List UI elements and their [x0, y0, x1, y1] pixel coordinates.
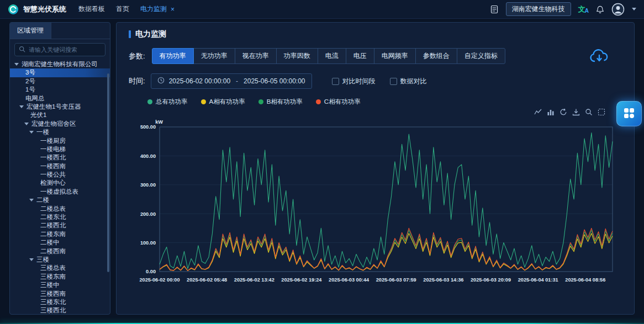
param-tab-2[interactable]: 视在功率 — [235, 48, 277, 64]
download-icon[interactable] — [572, 108, 580, 116]
tree-item[interactable]: 三楼总表 — [10, 264, 110, 272]
avatar[interactable] — [611, 3, 625, 16]
tree-item[interactable]: 湖南宏健生物科技有限公司 — [10, 60, 110, 68]
tree-item[interactable]: 2号 — [10, 77, 110, 86]
reset-icon[interactable] — [598, 108, 605, 116]
tree-item-label: 一楼西北 — [40, 153, 66, 162]
sidebar-scrollbar[interactable] — [107, 73, 109, 272]
legend-dot-icon — [201, 99, 206, 104]
tree-item[interactable]: 三楼东北 — [10, 298, 110, 306]
tree-item-label: 三楼东南 — [40, 273, 66, 281]
apps-grid-button[interactable] — [616, 101, 642, 126]
bar-chart-icon[interactable] — [547, 108, 555, 116]
param-tab-8[interactable]: 自定义指标 — [457, 48, 505, 64]
close-icon[interactable]: × — [171, 6, 175, 13]
refresh-icon[interactable] — [559, 108, 567, 116]
tree-item[interactable]: 二楼东北 — [10, 213, 110, 221]
param-tab-6[interactable]: 电网频率 — [374, 48, 416, 64]
tree-item-label: 二楼西北 — [40, 221, 66, 230]
svg-text:2025-06-02 19:24: 2025-06-02 19:24 — [281, 277, 322, 283]
nav-item-dashboard[interactable]: 数据看板 — [78, 4, 105, 14]
expand-arrow-icon[interactable] — [14, 63, 19, 66]
legend-item[interactable]: C相有功功率 — [316, 98, 361, 106]
document-icon[interactable] — [490, 5, 499, 14]
translate-icon[interactable]: 文 A — [578, 4, 589, 14]
tree-item[interactable]: 二楼东南 — [10, 230, 110, 238]
bell-icon[interactable] — [596, 5, 604, 14]
tree-item-label: 二楼东南 — [40, 230, 66, 238]
tree-item[interactable]: 一楼西北 — [10, 153, 110, 162]
expand-arrow-icon[interactable] — [19, 105, 24, 108]
search-input[interactable] — [29, 46, 101, 53]
zoom-icon[interactable] — [585, 108, 593, 116]
param-tab-1[interactable]: 无功功率 — [193, 48, 235, 64]
expand-arrow-icon[interactable] — [29, 258, 34, 261]
tree-item[interactable]: 二楼 — [10, 196, 110, 204]
search-box[interactable] — [14, 43, 105, 56]
cloud-download-icon[interactable] — [589, 49, 610, 64]
legend-dot-icon — [258, 99, 263, 104]
page-title: 电力监测 — [135, 29, 166, 39]
chart-area: 500.00400.00300.00200.00100.000.00kW2025… — [129, 108, 622, 290]
tree-item-label: 湖南宏健生物科技有限公司 — [22, 60, 98, 68]
tree-item[interactable]: 三楼西南 — [10, 290, 110, 298]
legend-item[interactable]: A相有功功率 — [201, 98, 245, 106]
tree-item[interactable]: 三楼东南 — [10, 273, 110, 281]
tree-item[interactable]: 三楼中 — [10, 281, 110, 289]
tree-item[interactable]: 光伏1 — [10, 111, 110, 119]
legend-dot-icon — [316, 99, 321, 104]
tab-label: 电力监测 — [140, 4, 167, 14]
region-tree: 湖南宏健生物科技有限公司3号2号1号电网总宏健生物1号变压器光伏1宏健生物宿舍区… — [10, 59, 110, 314]
tree-item[interactable]: 二楼西北 — [10, 221, 110, 230]
tree-item[interactable]: 一楼厨房 — [10, 137, 110, 145]
expand-arrow-icon[interactable] — [29, 131, 34, 134]
time-range-input[interactable]: 2025-06-02 00:00:00 - 2025-06-05 00:00:0… — [151, 73, 312, 89]
checkbox-data-compare[interactable]: 数据对比 — [390, 77, 427, 86]
param-tab-7[interactable]: 参数组合 — [415, 48, 457, 64]
checkbox-box[interactable] — [332, 78, 339, 85]
navbar: 智慧光伏系统 数据看板 首页 电力监测 × 湖南宏健生物科技 文 A — [0, 0, 644, 19]
tree-item[interactable]: 电网总 — [10, 94, 110, 103]
time-start: 2025-06-02 00:00:00 — [169, 77, 230, 85]
tree-item[interactable]: 三楼 — [10, 256, 110, 264]
tree-item-label: 宏健生物宿舍区 — [31, 120, 76, 128]
legend-item[interactable]: 总有功功率 — [147, 98, 188, 106]
tree-item[interactable]: 二楼西南 — [10, 247, 110, 256]
tree-item[interactable]: 三楼西北 — [10, 306, 110, 314]
checkbox-compare-period[interactable]: 对比时间段 — [332, 77, 376, 86]
svg-text:2025-06-02 13:42: 2025-06-02 13:42 — [234, 277, 275, 283]
tree-item[interactable]: 1号 — [10, 86, 110, 94]
tree-item[interactable]: 3号 — [10, 68, 110, 77]
param-tab-5[interactable]: 电压 — [346, 48, 374, 64]
svg-text:kW: kW — [155, 119, 163, 125]
param-tab-3[interactable]: 功率因数 — [276, 48, 318, 64]
tree-item[interactable]: 一楼虚拟总表 — [10, 188, 110, 196]
tree-item[interactable]: 一楼公共 — [10, 171, 110, 179]
tree-item[interactable]: 一楼 — [10, 128, 110, 136]
tree-item[interactable]: 检测中心 — [10, 179, 110, 187]
nav-item-home[interactable]: 首页 — [116, 4, 129, 14]
tree-item[interactable]: 二楼总表 — [10, 205, 110, 213]
legend-item[interactable]: B相有功功率 — [258, 98, 303, 106]
company-button[interactable]: 湖南宏健生物科技 — [506, 2, 571, 16]
apps-grid-icon — [623, 107, 635, 121]
caret-down-icon[interactable] — [632, 8, 636, 10]
tree-item[interactable]: 二楼中 — [10, 238, 110, 247]
checkbox-box[interactable] — [390, 78, 397, 85]
param-tab-4[interactable]: 电流 — [318, 48, 346, 64]
tree-item[interactable]: 一楼西南 — [10, 162, 110, 171]
tab-region-management[interactable]: 区域管理 — [10, 23, 51, 39]
line-chart-icon[interactable] — [534, 108, 542, 116]
tree-item[interactable]: 宏健生物宿舍区 — [10, 120, 110, 128]
svg-text:0.00: 0.00 — [146, 269, 156, 274]
expand-arrow-icon[interactable] — [24, 123, 29, 125]
svg-text:2025-06-03 07:59: 2025-06-03 07:59 — [376, 277, 416, 283]
svg-text:100.00: 100.00 — [140, 240, 156, 246]
tree-item[interactable]: 一楼电梯 — [10, 145, 110, 153]
expand-arrow-icon[interactable] — [29, 199, 34, 201]
svg-text:2025-06-02 05:48: 2025-06-02 05:48 — [187, 277, 227, 283]
svg-text:2025-06-04 01:31: 2025-06-04 01:31 — [518, 277, 558, 283]
tree-item[interactable]: 宏健生物1号变压器 — [10, 103, 110, 111]
tab-power-monitoring[interactable]: 电力监测 × — [140, 4, 175, 14]
param-tab-0[interactable]: 有功功率 — [152, 48, 194, 64]
